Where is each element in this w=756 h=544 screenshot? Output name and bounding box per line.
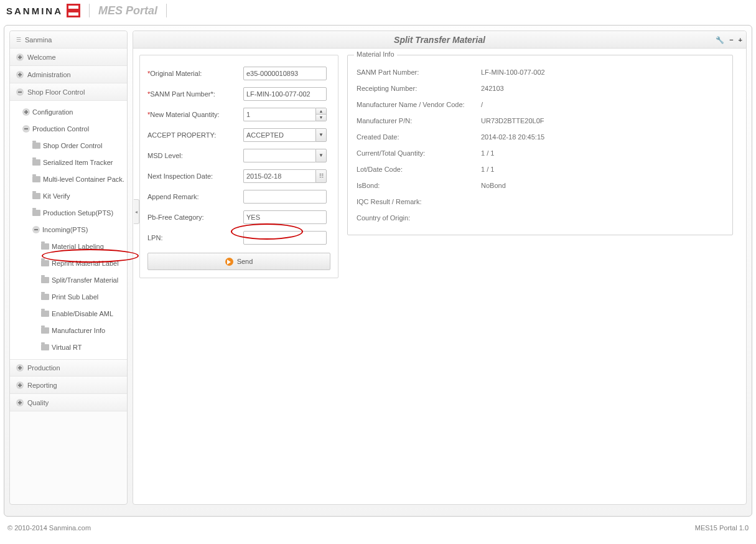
minus-icon xyxy=(32,226,40,233)
input-append-remark[interactable] xyxy=(243,190,327,204)
label-append-remark: Append Remark: xyxy=(147,193,243,200)
tree-item-label: Production Setup(PTS) xyxy=(43,209,113,217)
tree-item-print-sub-label[interactable]: Print Sub Label xyxy=(10,288,127,305)
sidebar-item-quality[interactable]: Quality xyxy=(10,394,127,411)
sidebar-item-shop-floor-control[interactable]: Shop Floor Control xyxy=(10,83,127,101)
calendar-icon[interactable]: ☷ xyxy=(315,169,327,183)
folder-icon xyxy=(41,277,49,283)
footer: © 2010-2014 Sanmina.com MES15 Portal 1.0 xyxy=(0,520,756,535)
info-value: 242103 xyxy=(481,85,724,92)
label-original-material: *Original Material: xyxy=(147,70,243,77)
label-next-inspection-date: Next Inspection Date: xyxy=(147,172,243,180)
tree-item-label: Virtual RT xyxy=(52,344,82,351)
minimize-icon[interactable]: − xyxy=(729,36,733,44)
spinner-new-quantity[interactable]: ▲▼ xyxy=(243,108,327,121)
input-pb-free-category[interactable] xyxy=(243,210,327,224)
tree-item-virtual-rt[interactable]: Virtual RT xyxy=(10,339,127,355)
folder-icon xyxy=(41,243,49,250)
chevron-down-icon[interactable]: ▼ xyxy=(315,128,327,142)
info-value: 1 / 1 xyxy=(481,149,724,157)
folder-icon xyxy=(32,143,40,149)
footer-copyright: © 2010-2014 Sanmina.com xyxy=(7,524,91,532)
folder-icon xyxy=(32,176,40,182)
input-accept-property[interactable] xyxy=(243,128,315,142)
tree-item-serialized-item-tracker[interactable]: Serialized Item Tracker xyxy=(10,154,127,171)
label-lpn: LPN: xyxy=(147,234,243,242)
sidebar-item-label: Quality xyxy=(27,399,49,406)
spinner-up-icon[interactable]: ▲ xyxy=(316,108,326,115)
sidebar-item-production[interactable]: Production xyxy=(10,359,127,377)
tree-item-production-control[interactable]: Production Control xyxy=(10,120,127,137)
info-value: 1 / 1 xyxy=(481,166,724,173)
input-lpn[interactable] xyxy=(243,231,327,245)
input-sanm-part-number[interactable] xyxy=(243,87,327,101)
sidebar-item-label: Welcome xyxy=(27,54,56,61)
tree-item-production-setup-pts[interactable]: Production Setup(PTS) xyxy=(10,204,127,221)
sidebar-item-label: Administration xyxy=(27,71,71,78)
tree-item-configuration[interactable]: Configuration xyxy=(10,103,127,120)
plus-icon xyxy=(16,364,24,372)
select-msd-level[interactable]: ▼ xyxy=(243,149,327,162)
select-accept-property[interactable]: ▼ xyxy=(243,128,327,142)
tree-item-material-labeling[interactable]: Material Labeling xyxy=(10,238,127,255)
tree-item-split-transfer-material[interactable]: Split/Transfer Material xyxy=(10,271,127,288)
label-accept-property: ACCEPT PROPERTY: xyxy=(147,131,243,139)
tree-item-label: Reprint Material Label xyxy=(52,260,119,267)
sidebar: Sanmina Welcome Administration Shop Floo… xyxy=(9,30,128,505)
panel-title-bar: Split Transfer Material 🔧 − + xyxy=(133,31,746,49)
tree-item-label: Print Sub Label xyxy=(52,293,98,301)
tree-item-manufacturer-info[interactable]: Manufacturer Info xyxy=(10,322,127,339)
footer-version: MES15 Portal 1.0 xyxy=(695,524,749,532)
tree-item-kit-verify[interactable]: Kit Verify xyxy=(10,187,127,204)
info-value: UR73D2BTTE20L0F xyxy=(481,117,724,124)
input-new-quantity[interactable] xyxy=(243,108,315,121)
content-panel: Split Transfer Material 🔧 − + *Original … xyxy=(133,30,747,505)
tree-item-incoming-pts[interactable]: Incoming(PTS) xyxy=(10,221,127,238)
info-row: IQC Result / Remark: xyxy=(357,194,724,210)
tree-item-label: Manufacturer Info xyxy=(52,327,105,334)
folder-icon xyxy=(32,193,40,199)
minus-icon xyxy=(22,125,30,133)
tree-item-multi-level-container-pack[interactable]: Multi-level Container Pack. xyxy=(10,171,127,187)
info-row: Created Date:2014-02-18 20:45:15 xyxy=(357,129,724,145)
maximize-icon[interactable]: + xyxy=(739,36,742,44)
folder-icon xyxy=(32,159,40,166)
tree-item-label: Production Control xyxy=(32,125,89,133)
spinner-down-icon[interactable]: ▼ xyxy=(316,115,326,121)
tree-item-reprint-material-label[interactable]: Reprint Material Label xyxy=(10,255,127,271)
datepicker-next-inspection[interactable]: ☷ xyxy=(243,169,327,183)
material-info-legend: Material Info xyxy=(354,50,397,58)
info-row: Current/Total Quantity:1 / 1 xyxy=(357,145,724,161)
label-sanm-part-number: *SANM Part Number*: xyxy=(147,90,243,98)
tree-item-label: Shop Order Control xyxy=(43,142,102,149)
sidebar-item-welcome[interactable]: Welcome xyxy=(10,49,127,66)
sidebar-item-label: Reporting xyxy=(27,382,57,389)
send-button-label: Send xyxy=(237,258,253,265)
plus-icon xyxy=(22,108,30,116)
input-msd-level[interactable] xyxy=(243,149,315,162)
folder-icon xyxy=(41,260,49,266)
plus-icon xyxy=(16,382,24,389)
tree-item-label: Split/Transfer Material xyxy=(52,276,118,284)
tree-item-label: Kit Verify xyxy=(43,192,70,200)
input-next-inspection[interactable] xyxy=(243,169,315,183)
sidebar-item-administration[interactable]: Administration xyxy=(10,66,127,83)
tree-item-label: Multi-level Container Pack. xyxy=(43,176,124,183)
sidebar-item-reporting[interactable]: Reporting xyxy=(10,377,127,394)
sfc-tree: Configuration Production Control Shop Or… xyxy=(10,101,127,359)
plus-icon xyxy=(16,71,24,78)
tree-item-enable-disable-aml[interactable]: Enable/Disable AML xyxy=(10,305,127,322)
plus-icon xyxy=(16,54,24,61)
info-label: SANM Part Number: xyxy=(357,68,481,76)
wrench-icon[interactable]: 🔧 xyxy=(716,36,724,44)
info-label: IsBond: xyxy=(357,182,481,189)
sidebar-item-root[interactable]: Sanmina xyxy=(10,31,127,49)
input-original-material[interactable] xyxy=(243,67,327,80)
tree-item-shop-order-control[interactable]: Shop Order Control xyxy=(10,137,127,154)
info-row: Manufacturer P/N:UR73D2BTTE20L0F xyxy=(357,113,724,129)
send-button[interactable]: Send xyxy=(147,253,330,270)
folder-icon xyxy=(41,344,49,350)
sidebar-collapse-handle[interactable]: ◂ xyxy=(134,199,139,224)
chevron-down-icon[interactable]: ▼ xyxy=(315,149,327,162)
material-info-panel: Material Info SANM Part Number:LF-MIN-10… xyxy=(347,55,733,235)
